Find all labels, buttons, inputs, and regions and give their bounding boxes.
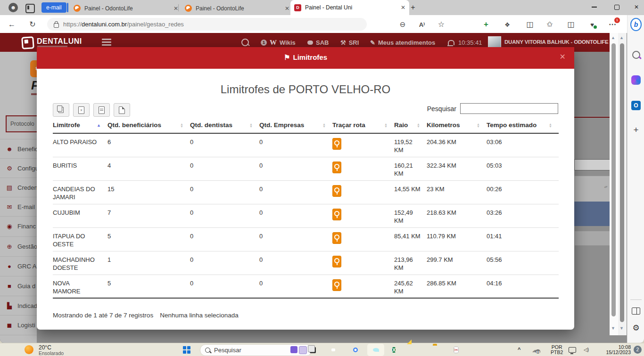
start-button[interactable] — [183, 346, 190, 354]
notification-badge[interactable]: 2 — [634, 346, 642, 354]
outlook-icon[interactable]: O — [630, 100, 642, 111]
sidebar-item-beneficiarios[interactable]: ☻Benefic — [0, 139, 37, 159]
trace-route-button[interactable] — [332, 185, 341, 197]
tray-clock[interactable]: 10:0815/12/2023 — [595, 345, 631, 355]
trace-route-button[interactable] — [332, 209, 341, 220]
table-row[interactable]: BURITIS 4 0 0 160,21 KM 322.34 KM 05:03 — [53, 157, 559, 181]
copy-button[interactable] — [53, 103, 69, 117]
tab-close-icon[interactable]: ✕ — [173, 5, 178, 12]
new-tab-button[interactable]: + — [408, 3, 418, 12]
sidebar-item-indicadores[interactable]: ▙Indicad — [0, 296, 37, 316]
tab-painel-odontolife-1[interactable]: Painel - OdontoLife ✕ — [70, 1, 182, 15]
sidebar-settings-gear-icon[interactable]: ⚙ — [630, 322, 642, 333]
collections-icon[interactable] — [545, 19, 555, 30]
weather-sun-icon[interactable] — [25, 345, 33, 354]
workspaces-icon[interactable] — [25, 4, 35, 13]
trace-route-button[interactable] — [332, 162, 341, 173]
trace-route-button[interactable] — [332, 256, 341, 267]
sidebar-search-icon[interactable] — [630, 49, 642, 60]
column-header-tempo-estimado[interactable]: Tempo estimado▲▼ — [487, 121, 559, 129]
add-extension-icon[interactable]: + — [481, 19, 491, 30]
tab-close-icon[interactable]: ✕ — [285, 5, 289, 12]
trace-route-button[interactable] — [332, 138, 341, 150]
sidebar-item-guia[interactable]: ■Guia d — [0, 276, 37, 296]
browser-scrollbar[interactable]: ▲ ▼ — [618, 33, 627, 335]
extensions-icon[interactable] — [502, 19, 512, 30]
favorite-star-icon[interactable] — [436, 19, 446, 30]
scroll-up-icon[interactable]: ▲ — [619, 35, 624, 40]
speaker-icon[interactable]: ◁) — [584, 347, 589, 352]
column-header-empresas[interactable]: Qtd. Empresas▲▼ — [259, 121, 332, 129]
sidebar-item-configuracoes[interactable]: ⚙Configu — [0, 158, 37, 178]
task-view-button[interactable] — [308, 345, 317, 355]
excel-icon[interactable]: X — [392, 345, 402, 355]
tab-painel-odontolife-2[interactable]: Painel - OdontoLife ✕ — [181, 1, 293, 15]
page-scrollbar[interactable]: ▲ ▼ — [610, 33, 618, 335]
dentaluni-logo-icon[interactable] — [21, 36, 34, 49]
taskbar-search[interactable]: Pesquisar — [200, 344, 312, 356]
split-screen-icon[interactable] — [525, 19, 535, 30]
protocol-input[interactable]: Protocolo — [6, 115, 37, 132]
scrollbar-thumb[interactable] — [611, 43, 616, 316]
chat-app-icon[interactable] — [329, 345, 339, 355]
sidebar-item-gestao[interactable]: ⊕Gestão — [0, 236, 37, 256]
column-header-tracar-rota[interactable]: Traçar rota▲▼ — [332, 121, 394, 129]
search-highlights-icons[interactable] — [290, 346, 307, 354]
scrollbar-thumb[interactable] — [620, 43, 624, 322]
lock-icon[interactable] — [54, 23, 59, 28]
column-header-kilometros[interactable]: Kilometros▲▼ — [427, 121, 487, 129]
tray-expand-icon[interactable]: ^ — [518, 347, 520, 352]
table-search-input[interactable] — [460, 103, 558, 114]
file-explorer-icon[interactable] — [433, 345, 442, 355]
window-minimize-button[interactable] — [585, 0, 603, 14]
zoom-out-icon[interactable] — [397, 19, 408, 30]
table-row[interactable]: NOVA MAMORE 5 0 0 245,62 KM 286.85 KM 04… — [53, 275, 559, 299]
column-header-limitrofe[interactable]: Limitrofe▲ — [53, 121, 107, 129]
sidebar-item-grc[interactable]: ●GRC A — [0, 256, 37, 276]
table-row[interactable]: CUJUBIM 7 0 0 152,49 KM 218.63 KM 03:26 — [53, 204, 559, 228]
sidebar-add-icon[interactable]: + — [630, 124, 642, 136]
trace-route-button[interactable] — [332, 232, 341, 244]
sidebar-item-financeiro[interactable]: ◉Financ — [0, 216, 37, 236]
microsoft-365-icon[interactable] — [630, 74, 642, 86]
snipping-tool-icon[interactable]: ✂ — [454, 345, 463, 355]
column-header-dentistas[interactable]: Qtd. dentistas▲▼ — [190, 121, 259, 129]
language-indicator[interactable]: PORPTB2 — [551, 345, 563, 355]
sidebar-item-email[interactable]: ✉E-mail — [0, 197, 37, 217]
table-row[interactable]: ITAPUA DO OESTE 5 0 0 85,41 KM 110.79 KM… — [53, 228, 559, 251]
excel-export-button[interactable]: x — [73, 103, 90, 117]
sidebar-panel-icon[interactable] — [630, 305, 642, 316]
tab-painel-dental-uni[interactable]: D Painel - Dental Uni ✕ — [290, 0, 409, 15]
copilot-icon[interactable]: b — [630, 19, 642, 30]
column-header-beneficiarios[interactable]: Qtd. beneficiários▲▼ — [107, 121, 190, 129]
dentaluni-brand[interactable]: DENTALUNI — [37, 37, 82, 46]
settings-more-icon[interactable]: 1 — [607, 19, 618, 30]
edge-icon[interactable] — [371, 345, 380, 355]
back-button[interactable] — [7, 19, 17, 30]
address-bar[interactable]: https://dentaluni.com.br/painel/gestao_r… — [47, 18, 367, 31]
tab-group-email[interactable]: e-mail — [41, 2, 66, 13]
table-row[interactable]: CANDEIAS DO JAMARI 15 0 0 14,55 KM 23 KM… — [53, 181, 559, 204]
multi-tab-icon[interactable] — [566, 19, 576, 30]
csv-export-button[interactable] — [93, 103, 110, 117]
onedrive-icon[interactable]: ☁ — [532, 346, 538, 354]
table-row[interactable]: ALTO PARAISO 6 0 0 119,52 KM 204.36 KM 0… — [53, 134, 559, 157]
scroll-up-icon[interactable]: ▲ — [611, 35, 615, 40]
pdf-export-button[interactable] — [114, 103, 130, 117]
adblock-extension-icon[interactable] — [461, 19, 471, 30]
modal-close-icon[interactable]: ✕ — [560, 52, 566, 61]
menu-hamburger-icon[interactable] — [102, 39, 111, 47]
tab-close-icon[interactable]: ✕ — [401, 4, 405, 11]
scroll-down-icon[interactable]: ▼ — [619, 326, 624, 331]
sidebar-item-logistica[interactable]: ◼Logisti — [0, 315, 37, 335]
weather-desc[interactable]: Ensolarado — [39, 350, 64, 356]
scroll-down-icon[interactable]: ▼ — [611, 326, 615, 331]
table-row[interactable]: MACHADINHO DOESTE 1 0 0 213,96 KM 299.7 … — [53, 251, 559, 275]
network-icon[interactable] — [569, 347, 576, 353]
window-close-button[interactable] — [627, 0, 644, 14]
notes-app-icon[interactable] — [413, 345, 422, 355]
read-aloud-icon[interactable] — [417, 19, 427, 30]
trace-route-button[interactable] — [332, 279, 341, 291]
window-restore-button[interactable] — [607, 0, 626, 14]
reload-button[interactable] — [27, 19, 38, 30]
